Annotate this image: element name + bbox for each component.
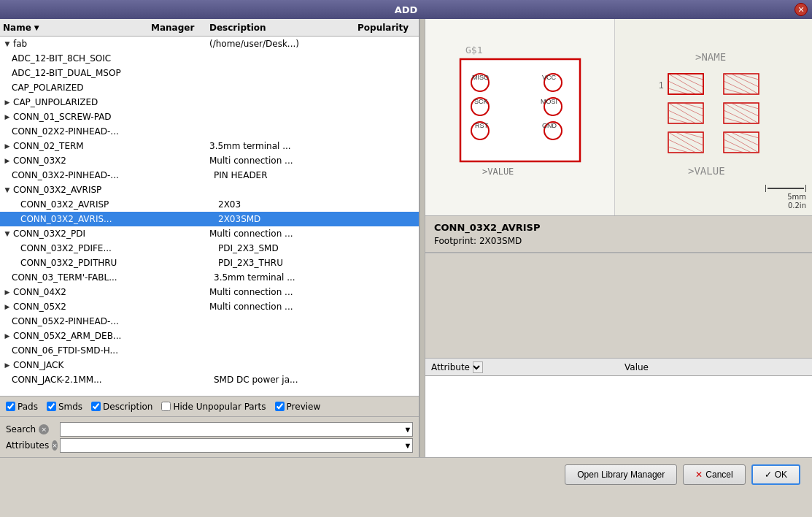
tree-group-avrisp[interactable]: ▼ CONN_03X2_AVRISP bbox=[0, 183, 419, 197]
expand-icon-conn01: ▶ bbox=[3, 112, 12, 121]
scale-label-in: 0.2in bbox=[788, 202, 806, 210]
attributes-clear-button[interactable]: × bbox=[52, 440, 58, 451]
scale-indicator bbox=[765, 185, 806, 192]
attributes-input[interactable] bbox=[60, 438, 413, 453]
tree-item-adc-soic[interactable]: ADC_12-BIT_8CH_SOIC bbox=[0, 51, 419, 66]
checkbox-pads[interactable] bbox=[6, 402, 15, 411]
expand-icon-conn02term: ▶ bbox=[3, 142, 12, 150]
attributes-area: Attribute ▼ Value bbox=[425, 358, 812, 457]
tree-item-ftdi[interactable]: CONN_06_FTDI-SMD-H... bbox=[0, 343, 419, 358]
panel-divider[interactable] bbox=[419, 19, 425, 457]
tree-item-conn02x2[interactable]: CONN_02X2-PINHEAD-... bbox=[0, 124, 419, 139]
svg-text:GND: GND bbox=[542, 122, 557, 129]
tree-item-adc-msop[interactable]: ADC_12-BIT_DUAL_MSOP bbox=[0, 66, 419, 80]
checkbox-smds-label[interactable]: Smds bbox=[47, 402, 82, 412]
attributes-body bbox=[425, 376, 812, 420]
footprint-svg: >NAME 1 bbox=[648, 45, 779, 191]
tree-group-conn05x2[interactable]: ▶ CONN_05X2 Multi connection ... bbox=[0, 299, 419, 314]
tree-group-conn03x2[interactable]: ▶ CONN_03X2 Multi connection ... bbox=[0, 153, 419, 168]
dialog-title: ADD bbox=[395, 4, 418, 15]
attribute-column-header: Attribute ▼ bbox=[425, 360, 619, 375]
search-clear-button[interactable]: × bbox=[39, 424, 49, 434]
expand-icon-cap-unpolar: ▶ bbox=[3, 98, 12, 107]
svg-text:G$1: G$1 bbox=[465, 45, 482, 55]
svg-text:>VALUE: >VALUE bbox=[688, 165, 725, 177]
preview-area: G$1 MISO SCK RST bbox=[425, 19, 812, 216]
search-input[interactable] bbox=[60, 422, 413, 437]
scale-left-tick bbox=[765, 185, 766, 192]
tree-item-cap-polar[interactable]: CAP_POLARIZED bbox=[0, 80, 419, 95]
svg-text:RST: RST bbox=[475, 122, 489, 129]
tree-group-pdi[interactable]: ▼ CONN_03X2_PDI Multi connection ... bbox=[0, 226, 419, 241]
checkbox-pads-label[interactable]: Pads bbox=[6, 402, 38, 412]
expand-icon-conn04x2: ▶ bbox=[3, 288, 12, 296]
tree-item-conn03x2pinhead[interactable]: CONN_03X2-PINHEAD-... PIN HEADER bbox=[0, 168, 419, 183]
checkbox-preview-label[interactable]: Preview bbox=[275, 402, 321, 412]
column-popularity: Popularity bbox=[357, 23, 416, 33]
scale-bar: 5mm 0.2in bbox=[765, 185, 806, 210]
tree-group-conn02term[interactable]: ▶ CONN_02_TERM 3.5mm terminal ... bbox=[0, 139, 419, 153]
search-label: Search × bbox=[6, 424, 57, 434]
svg-text:VCC: VCC bbox=[542, 74, 557, 81]
expand-icon-jack: ▶ bbox=[3, 361, 12, 369]
tree-item-jack21mm[interactable]: CONN_JACK-2.1MM... SMD DC power ja... bbox=[0, 372, 419, 387]
title-bar: ADD ✕ bbox=[0, 0, 812, 19]
search-row: Search × ▼ bbox=[6, 422, 413, 437]
expand-icon-conn05x2: ▶ bbox=[3, 302, 12, 311]
bottom-bar: Open Library Manager ✕ Cancel ✓ OK bbox=[0, 457, 812, 491]
checkbox-description-label[interactable]: Description bbox=[91, 402, 152, 412]
checkbox-description[interactable] bbox=[91, 402, 101, 411]
component-tree[interactable]: ▼ fab (/home/user/Desk...) ADC_12-BIT_8C… bbox=[0, 37, 419, 396]
tree-group-conn04x2[interactable]: ▶ CONN_04X2 Multi connection ... bbox=[0, 285, 419, 299]
checkbox-preview[interactable] bbox=[275, 402, 285, 411]
close-button[interactable]: ✕ bbox=[794, 3, 808, 16]
scale-right-tick bbox=[805, 185, 806, 192]
column-description: Description bbox=[209, 23, 357, 33]
tree-header: Name ▼ Manager Description Popularity bbox=[0, 19, 419, 37]
tree-item-avrisp-2x03[interactable]: CONN_03X2_AVRISP 2X03 bbox=[0, 197, 419, 212]
attributes-row: Attributes × ▼ bbox=[6, 438, 413, 453]
tree-group-conn01[interactable]: ▶ CONN_01_SCREW-PAD bbox=[0, 110, 419, 124]
search-attributes-bar: Search × ▼ Attributes × bbox=[0, 416, 419, 457]
tree-item-avrisp-2x03smd[interactable]: CONN_03X2_AVRIS... 2X03SMD bbox=[0, 212, 419, 226]
tree-item-pdithru[interactable]: CONN_03X2_PDITHRU PDI_2X3_THRU bbox=[0, 256, 419, 270]
svg-text:>VALUE: >VALUE bbox=[482, 166, 514, 177]
ok-button[interactable]: ✓ OK bbox=[751, 464, 800, 485]
ok-icon: ✓ bbox=[765, 470, 772, 480]
attributes-header: Attribute ▼ Value bbox=[425, 359, 812, 376]
tree-item-conn03term[interactable]: CONN_03_TERM'-FABL... 3.5mm terminal ... bbox=[0, 270, 419, 285]
open-library-manager-button[interactable]: Open Library Manager bbox=[565, 464, 677, 485]
cancel-button[interactable]: ✕ Cancel bbox=[683, 464, 745, 485]
expand-icon-pdi: ▼ bbox=[3, 229, 12, 238]
tree-group-fab[interactable]: ▼ fab (/home/user/Desk...) bbox=[0, 37, 419, 51]
expand-icon-conn03x2: ▶ bbox=[3, 156, 12, 165]
attributes-input-container[interactable]: ▼ bbox=[60, 438, 413, 453]
scale-line bbox=[767, 188, 804, 189]
expand-icon-arm: ▶ bbox=[3, 332, 12, 340]
preview-panel: G$1 MISO SCK RST bbox=[425, 19, 812, 457]
tree-group-arm[interactable]: ▶ CONN_05X2_ARM_DEB... bbox=[0, 329, 419, 343]
checkbox-bar: Pads Smds Description Hide Unpopular Par… bbox=[0, 396, 419, 416]
tree-item-conn05x2pinhead[interactable]: CONN_05X2-PINHEAD-... bbox=[0, 314, 419, 329]
component-footprint: Footprint: 2X03SMD bbox=[434, 236, 803, 246]
svg-text:SCK: SCK bbox=[474, 98, 488, 105]
checkbox-hide-unpopular[interactable] bbox=[161, 402, 171, 411]
column-name: Name ▼ bbox=[3, 23, 151, 33]
tree-group-jack[interactable]: ▶ CONN_JACK bbox=[0, 358, 419, 372]
search-input-container[interactable]: ▼ bbox=[60, 422, 413, 437]
tree-item-pdife[interactable]: CONN_03X2_PDIFE... PDI_2X3_SMD bbox=[0, 241, 419, 256]
sort-icon: ▼ bbox=[34, 24, 39, 31]
checkbox-hide-unpopular-label[interactable]: Hide Unpopular Parts bbox=[161, 402, 266, 412]
schematic-preview: G$1 MISO SCK RST bbox=[425, 19, 615, 215]
checkbox-smds[interactable] bbox=[47, 402, 56, 411]
component-name: CONN_03X2_AVRISP bbox=[434, 222, 803, 233]
attribute-sort-select[interactable]: ▼ bbox=[473, 361, 483, 373]
attributes-label: Attributes × bbox=[6, 440, 57, 451]
footprint-preview: >NAME 1 bbox=[615, 19, 812, 215]
component-description-area bbox=[425, 253, 812, 358]
schematic-svg: G$1 MISO SCK RST bbox=[440, 37, 600, 198]
value-column-header: Value bbox=[619, 361, 812, 374]
component-list-panel: Name ▼ Manager Description Popularity ▼ … bbox=[0, 19, 419, 457]
tree-group-cap-unpolar[interactable]: ▶ CAP_UNPOLARIZED bbox=[0, 95, 419, 110]
svg-text:MOSI: MOSI bbox=[541, 98, 557, 105]
